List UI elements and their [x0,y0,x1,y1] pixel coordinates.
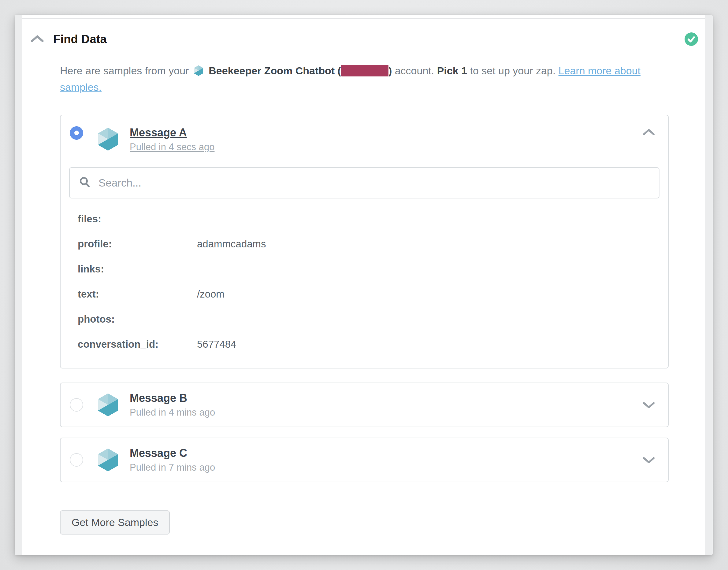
chevron-down-icon[interactable] [642,455,655,466]
field-key: text: [78,288,197,300]
sample-a-pulled-link[interactable]: Pulled in 4 secs ago [130,141,214,153]
redacted-account-id [341,65,389,76]
beekeeper-cube-icon [96,447,120,473]
panel-content: Find Data Here are samples from your Bee… [22,15,705,555]
check-circle-icon [685,32,698,46]
field-row-profile: profile: adammcadams [78,238,656,250]
search-input[interactable] [98,177,650,189]
beekeeper-cube-icon [96,126,120,152]
chevron-down-icon[interactable] [642,399,655,410]
intro-text: Here are samples from your Beekeeper Zoo… [60,62,660,96]
field-key: photos: [78,313,197,325]
sample-a-fields: files: profile: adammcadams links: text:… [60,199,668,368]
sample-b-labels: Message B Pulled in 4 mins ago [130,392,215,418]
beekeeper-cube-icon [96,392,120,418]
field-value: adammcadams [197,238,656,250]
sample-a-labels: Message A Pulled in 4 secs ago [130,126,214,153]
sample-c-labels: Message C Pulled in 7 mins ago [130,447,215,473]
beekeeper-cube-icon [193,64,204,77]
sample-card-message-b: Message B Pulled in 4 mins ago [60,382,669,427]
field-value [197,313,656,325]
chevron-up-icon[interactable] [642,126,655,137]
find-data-panel: Find Data Here are samples from your Bee… [15,15,713,555]
sample-a-title-link[interactable]: Message A [130,126,214,139]
magnifier-icon [79,177,90,189]
page-title: Find Data [53,33,107,46]
intro-prefix: Here are samples from your [60,65,189,76]
sample-search-box [69,167,660,199]
pick-count: Pick 1 [437,65,467,76]
sample-c-title: Message C [130,447,215,460]
sample-b-title: Message B [130,392,215,404]
sample-b-header: Message B Pulled in 4 mins ago [60,383,668,426]
field-value [197,213,656,225]
sample-c-pulled: Pulled in 7 mins ago [130,462,215,473]
sample-a-header: Message A Pulled in 4 secs ago [60,115,668,155]
sample-b-radio[interactable] [70,398,83,411]
zap-text: to set up your zap. [470,65,555,76]
get-more-samples-button[interactable]: Get More Samples [60,510,170,535]
paren-close: ) [389,65,392,76]
sample-card-message-c: Message C Pulled in 7 mins ago [60,438,669,482]
field-value: /zoom [197,288,656,300]
field-key: profile: [78,238,197,250]
sample-card-message-a: Message A Pulled in 4 secs ago [60,115,669,368]
sample-c-header: Message C Pulled in 7 mins ago [60,438,668,482]
field-row-conversation-id: conversation_id: 5677484 [78,338,656,350]
account-name: Beekeeper Zoom Chatbot ( [209,65,341,76]
sample-c-radio[interactable] [70,453,83,467]
step-header: Find Data [22,15,705,46]
field-key: links: [78,263,197,275]
chevron-up-icon[interactable] [31,35,44,44]
account-text: account. [395,65,434,76]
top-divider [22,18,705,19]
field-row-links: links: [78,263,656,275]
field-value: 5677484 [197,338,656,350]
sample-b-pulled: Pulled in 4 mins ago [130,407,215,418]
field-row-photos: photos: [78,313,656,325]
field-value [197,263,656,275]
field-row-text: text: /zoom [78,288,656,300]
sample-a-radio[interactable] [70,126,83,140]
field-key: conversation_id: [78,338,197,350]
field-row-files: files: [78,213,656,225]
field-key: files: [78,213,197,225]
